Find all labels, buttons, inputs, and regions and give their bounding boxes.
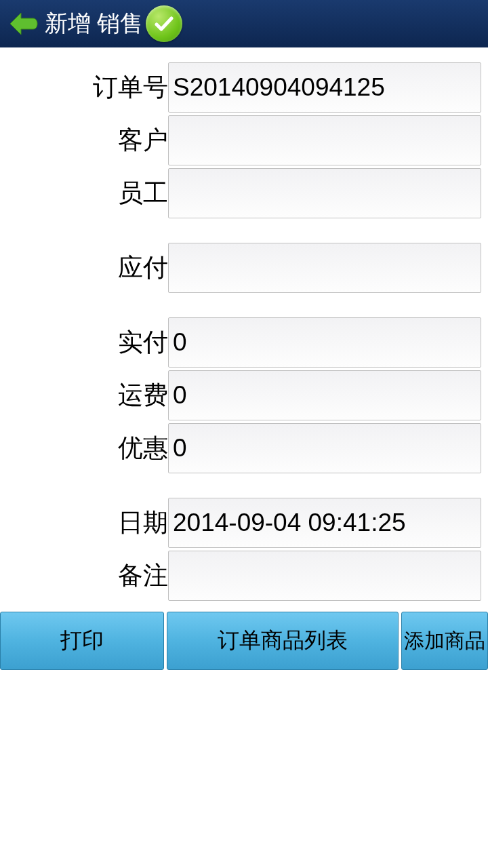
label-discount: 优惠: [0, 431, 168, 465]
order-no-field[interactable]: S20140904094125: [168, 62, 481, 113]
label-date: 日期: [0, 506, 168, 540]
row-employee: 员工: [0, 167, 488, 220]
label-employee: 员工: [0, 176, 168, 210]
row-payable: 应付: [0, 241, 488, 294]
date-field[interactable]: 2014-09-04 09:41:25: [168, 498, 481, 548]
row-order-no: 订单号 S20140904094125: [0, 61, 488, 114]
payable-field[interactable]: [168, 243, 481, 293]
app-header: 新增 销售: [0, 0, 488, 47]
customer-field[interactable]: [168, 115, 481, 165]
label-paid: 实付: [0, 326, 168, 359]
employee-field[interactable]: [168, 168, 481, 218]
sales-form: 订单号 S20140904094125 客户 员工 应付 实付 0 运费 0 优…: [0, 47, 488, 602]
print-button[interactable]: 打印: [0, 612, 164, 670]
discount-field[interactable]: 0: [168, 423, 481, 473]
freight-field[interactable]: 0: [168, 370, 481, 420]
row-customer: 客户: [0, 114, 488, 167]
label-freight: 运费: [0, 378, 168, 412]
row-remark: 备注: [0, 549, 488, 602]
label-order-no: 订单号: [0, 71, 168, 104]
label-customer: 客户: [0, 123, 168, 157]
row-discount: 优惠 0: [0, 422, 488, 475]
confirm-button[interactable]: [146, 5, 182, 42]
back-button[interactable]: [4, 4, 43, 43]
check-icon: [153, 13, 175, 35]
paid-field[interactable]: 0: [168, 317, 481, 368]
row-paid: 实付 0: [0, 316, 488, 369]
action-bar: 打印 订单商品列表 添加商品: [0, 612, 488, 670]
label-payable: 应付: [0, 251, 168, 285]
order-item-list-button[interactable]: 订单商品列表: [167, 612, 399, 670]
page-title: 新增 销售: [45, 8, 143, 39]
add-product-button[interactable]: 添加商品: [401, 612, 488, 670]
remark-field[interactable]: [168, 551, 481, 601]
row-date: 日期 2014-09-04 09:41:25: [0, 496, 488, 549]
back-arrow-icon: [7, 7, 40, 40]
label-remark: 备注: [0, 559, 168, 593]
row-freight: 运费 0: [0, 369, 488, 422]
